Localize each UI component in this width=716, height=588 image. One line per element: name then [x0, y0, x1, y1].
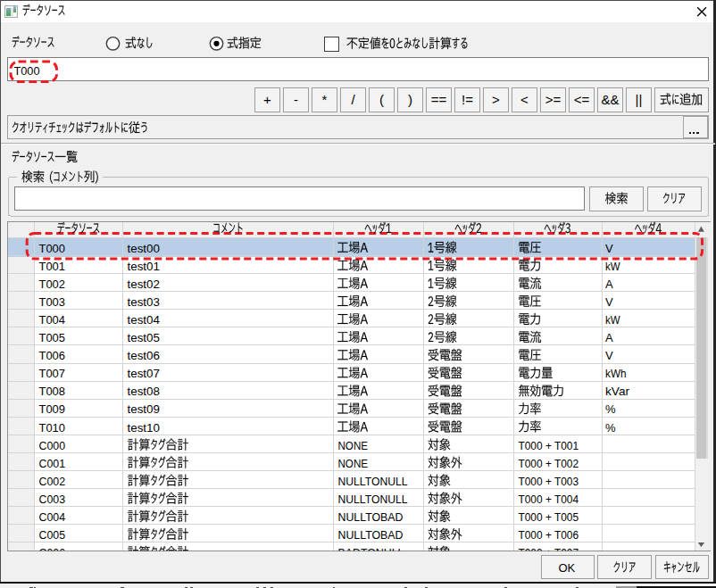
svg-text:V: V	[605, 242, 613, 255]
svg-text:||: ||	[636, 92, 643, 107]
svg-text:T004: T004	[39, 313, 66, 327]
svg-text:test02: test02	[128, 277, 161, 291]
svg-text:kWh: kWh	[605, 367, 627, 380]
svg-text:%: %	[605, 421, 616, 435]
svg-text:*: *	[322, 92, 328, 107]
svg-text:NONE: NONE	[338, 439, 369, 452]
svg-text:C005: C005	[39, 528, 66, 542]
svg-text:A: A	[605, 277, 613, 291]
svg-text:T000 + T004: T000 + T004	[519, 493, 579, 506]
svg-text:T009: T009	[39, 402, 66, 416]
svg-text:test06: test06	[128, 349, 161, 362]
svg-text:kVar: kVar	[605, 385, 630, 398]
svg-text:<: <	[520, 92, 529, 107]
svg-text:NULLTONULL: NULLTONULL	[338, 475, 408, 488]
svg-text:!=: !=	[462, 92, 473, 107]
svg-text:+: +	[263, 92, 271, 107]
svg-text:T000: T000	[14, 64, 40, 78]
svg-text:&&: &&	[601, 92, 619, 107]
svg-text:(: (	[379, 92, 384, 107]
svg-text:test09: test09	[128, 402, 161, 416]
svg-text:>: >	[492, 92, 500, 107]
svg-text:T006: T006	[39, 349, 66, 362]
svg-text:OK: OK	[559, 561, 576, 575]
svg-text:T010: T010	[39, 421, 66, 435]
svg-text:T000 + T002: T000 + T002	[519, 457, 579, 470]
svg-text:NULLTONULL: NULLTONULL	[338, 493, 408, 506]
svg-text:T007: T007	[39, 367, 66, 380]
svg-text:kW: kW	[605, 313, 620, 327]
svg-text:V: V	[605, 349, 613, 362]
svg-text:): )	[408, 92, 412, 107]
svg-text:test05: test05	[128, 331, 161, 344]
svg-text:C000: C000	[39, 439, 66, 452]
svg-text:test04: test04	[128, 313, 161, 327]
svg-text:T000: T000	[39, 242, 66, 255]
svg-text:NULLTOBAD: NULLTOBAD	[338, 528, 404, 542]
svg-text:T005: T005	[39, 331, 66, 344]
svg-text:NULLTOBAD: NULLTOBAD	[338, 510, 404, 524]
svg-text:==: ==	[431, 92, 447, 107]
svg-text:T000 + T003: T000 + T003	[519, 475, 579, 488]
svg-text:T000 + T005: T000 + T005	[519, 510, 579, 524]
svg-text:-: -	[294, 92, 298, 107]
svg-text:C001: C001	[39, 457, 66, 470]
svg-text:test01: test01	[128, 260, 161, 273]
svg-text:test03: test03	[128, 295, 161, 309]
svg-text:T003: T003	[39, 295, 66, 309]
svg-text:kW: kW	[605, 260, 620, 273]
svg-text:C003: C003	[39, 493, 66, 506]
svg-text:test00: test00	[128, 242, 161, 255]
svg-text:T000 + T006: T000 + T006	[519, 528, 579, 542]
svg-text:A: A	[605, 331, 613, 344]
svg-text:C002: C002	[39, 475, 66, 488]
svg-text:T002: T002	[39, 277, 66, 291]
svg-text:>=: >=	[545, 92, 562, 107]
svg-text:T001: T001	[39, 260, 66, 273]
svg-text:T008: T008	[39, 385, 66, 398]
svg-text:C004: C004	[39, 510, 66, 524]
svg-text:%: %	[605, 402, 616, 416]
svg-text:test07: test07	[128, 367, 161, 380]
svg-text:NONE: NONE	[338, 457, 369, 470]
svg-text:test08: test08	[128, 385, 161, 398]
svg-text:T000 + T001: T000 + T001	[519, 439, 579, 452]
svg-text:test10: test10	[128, 421, 161, 435]
svg-text:<=: <=	[574, 92, 590, 107]
svg-text:V: V	[605, 295, 613, 309]
